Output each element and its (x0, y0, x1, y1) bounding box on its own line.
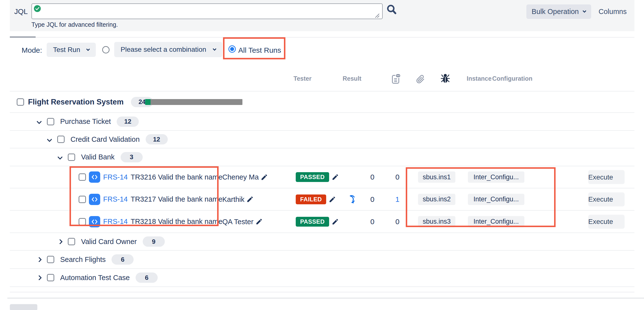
chevron-down-icon[interactable] (36, 119, 42, 124)
tester-cell: Cheney Ma (222, 173, 268, 181)
result-badge[interactable]: PASSED (296, 172, 329, 182)
count-badge: 12 (117, 117, 139, 127)
configuration-chip: Inter_Configu... (468, 216, 524, 227)
chevron-down-icon (213, 47, 217, 51)
test-run-name-cell: FRS-14 TR3218 Valid the bank name (78, 216, 222, 227)
jql-input[interactable] (32, 3, 383, 19)
group-label: Search Flights (60, 256, 106, 264)
resize-handle-icon[interactable] (374, 13, 380, 18)
code-brackets-icon (89, 216, 100, 227)
test-runs-page: JQL Type JQL for advanced filtering. Bul… (0, 0, 644, 310)
group-label: Purchase Ticket (60, 118, 111, 126)
row-checkbox[interactable] (78, 196, 86, 203)
edit-result-icon[interactable] (332, 218, 339, 225)
execute-button[interactable]: Execute (588, 192, 624, 206)
instance-chip: sbus.ins2 (418, 194, 455, 205)
result-badge[interactable]: PASSED (296, 217, 329, 227)
chevron-right-icon[interactable] (36, 257, 42, 262)
mode-select[interactable]: Test Run (47, 43, 96, 57)
result-cell: PASSED (296, 172, 339, 182)
attachment-count: 0 (362, 218, 382, 226)
chevron-down-icon[interactable] (58, 155, 63, 160)
table-row-project: Flight Reservation System 24 (10, 91, 634, 113)
check-circle-icon (34, 5, 41, 12)
chevron-down-icon (86, 47, 90, 51)
group-checkbox[interactable] (68, 238, 75, 245)
table-row-group: Search Flights 6 (10, 251, 634, 269)
group-label: Valid Bank (81, 153, 115, 161)
tester-name: Karthik (222, 195, 244, 203)
group-label: Credit Card Validation (70, 135, 140, 144)
table-row-test-run: FRS-14 TR3217 Valid the bank name Karthi… (10, 188, 634, 211)
issue-key-link[interactable]: FRS-14 (103, 218, 128, 226)
column-header-result: Result (343, 75, 361, 82)
edit-result-icon[interactable] (332, 173, 339, 181)
chevron-right-icon[interactable] (58, 239, 63, 244)
count-badge: 3 (120, 152, 143, 162)
test-run-title: TR3218 Valid the bank name (131, 218, 222, 226)
row-checkbox[interactable] (78, 173, 86, 181)
defect-count: 0 (388, 173, 407, 181)
table-row-group: Automation Test Case 6 (10, 269, 634, 287)
instance-chip: sbus.ins3 (418, 216, 455, 227)
document-comment-icon (392, 74, 401, 84)
combination-radio[interactable] (102, 46, 110, 53)
attachment-count: 0 (362, 195, 382, 204)
test-run-title: TR3216 Valid the bank name (131, 173, 222, 181)
section-divider (10, 37, 634, 37)
bulk-operation-label: Bulk Operation (532, 7, 579, 16)
group-checkbox[interactable] (47, 256, 54, 263)
project-checkbox[interactable] (17, 98, 24, 106)
group-checkbox[interactable] (47, 274, 54, 281)
mode-select-value: Test Run (53, 46, 80, 54)
edit-tester-icon[interactable] (260, 173, 268, 181)
jql-help-text: Type JQL for advanced filtering. (32, 21, 118, 28)
configuration-chip: Inter_Configu... (468, 171, 524, 183)
result-badge[interactable]: FAILED (296, 194, 326, 204)
result-cell: PASSED (296, 217, 339, 227)
row-checkbox[interactable] (78, 218, 86, 225)
column-header-tester: Tester (294, 75, 312, 82)
columns-button[interactable]: Columns (598, 4, 626, 19)
defect-count: 0 (388, 218, 407, 226)
count-badge: 6 (112, 254, 134, 265)
group-checkbox[interactable] (47, 118, 54, 125)
all-test-runs-radio[interactable] (228, 45, 236, 53)
comment-bubble-icon[interactable] (346, 195, 354, 204)
search-icon[interactable] (386, 4, 397, 15)
count-badge: 6 (136, 273, 158, 283)
code-brackets-icon (89, 171, 100, 183)
tester-cell: Karthik (222, 195, 254, 203)
defect-count-link[interactable]: 1 (388, 195, 407, 204)
chevron-right-icon[interactable] (36, 275, 42, 280)
issue-key-link[interactable]: FRS-14 (103, 173, 128, 181)
attachment-count: 0 (362, 173, 382, 181)
edit-tester-icon[interactable] (246, 196, 254, 203)
combination-select[interactable]: Please select a combination (114, 42, 222, 57)
execute-button[interactable]: Execute (588, 215, 624, 229)
test-run-name-cell: FRS-14 TR3216 Valid the bank name (78, 171, 222, 183)
column-header-instance: Instance (467, 75, 492, 82)
chevron-down-icon[interactable] (47, 137, 52, 142)
execute-button[interactable]: Execute (588, 170, 624, 184)
mode-label: Mode: (22, 46, 42, 54)
test-run-title: TR3217 Valid the bank name (131, 195, 222, 203)
edit-result-icon[interactable] (329, 196, 336, 203)
table-row-group: Credit Card Validation 12 (10, 131, 634, 148)
chevron-down-icon (582, 9, 586, 13)
issue-key-link[interactable]: FRS-14 (103, 195, 128, 203)
partial-button[interactable] (10, 304, 37, 310)
table-row-group: Valid Bank 3 (10, 148, 634, 166)
combination-select-value: Please select a combination (120, 46, 206, 53)
paperclip-icon (416, 75, 425, 84)
group-checkbox[interactable] (68, 154, 75, 161)
result-cell: FAILED (296, 194, 336, 204)
edit-tester-icon[interactable] (256, 218, 263, 225)
test-run-name-cell: FRS-14 TR3217 Valid the bank name (78, 194, 222, 205)
count-badge: 9 (143, 236, 165, 247)
page-bottom-divider (7, 298, 644, 299)
group-label: Automation Test Case (60, 274, 130, 282)
group-checkbox[interactable] (57, 136, 64, 143)
bulk-operation-button[interactable]: Bulk Operation (526, 4, 591, 19)
tester-name: Cheney Ma (222, 173, 259, 181)
